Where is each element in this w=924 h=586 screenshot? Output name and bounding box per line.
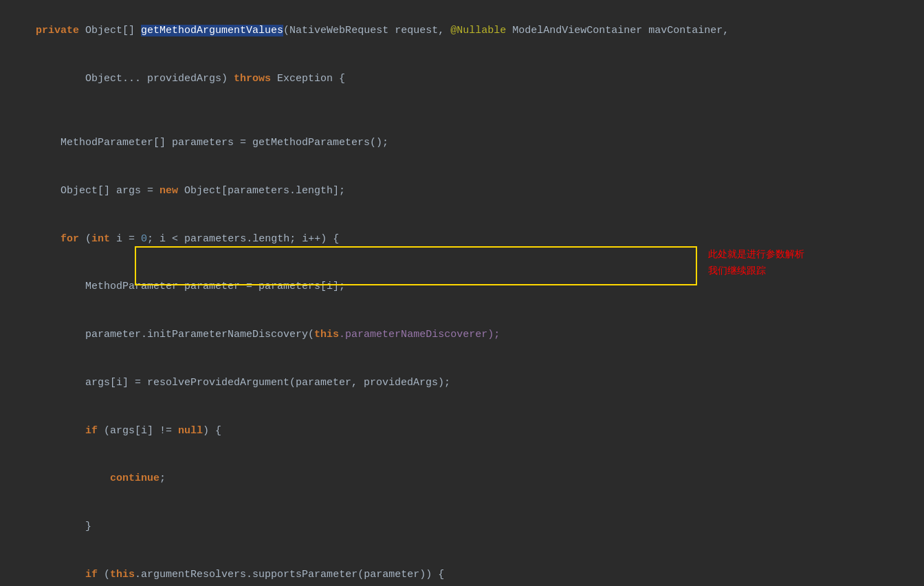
- code-line: [11, 103, 913, 119]
- code-line: MethodParameter[] parameters = getMethod…: [11, 119, 913, 167]
- annotation-line1: 此处就是进行参数解析: [708, 248, 804, 263]
- code-viewer: private Object[] getMethodArgumentValues…: [0, 0, 924, 586]
- code-line: Object... providedArgs) throws Exception…: [11, 55, 913, 103]
- code-line: MethodParameter parameter = parameters[i…: [11, 263, 913, 311]
- code-line: private Object[] getMethodArgumentValues…: [11, 7, 913, 55]
- code-line: if (this.argumentResolvers.supportsParam…: [11, 551, 913, 587]
- code-line: args[i] = resolveProvidedArgument(parame…: [11, 359, 913, 407]
- keyword: private: [36, 25, 85, 36]
- annotation-line2: 我们继续跟踪: [708, 264, 766, 279]
- code-line: }: [11, 503, 913, 551]
- code-line: continue;: [11, 455, 913, 503]
- selected-method: getMethodArgumentValues: [141, 25, 283, 36]
- code-line: if (args[i] != null) {: [11, 406, 913, 455]
- code-line: Object[] args = new Object[parameters.le…: [11, 167, 913, 215]
- code-line: parameter.initParameterNameDiscovery(thi…: [11, 311, 913, 359]
